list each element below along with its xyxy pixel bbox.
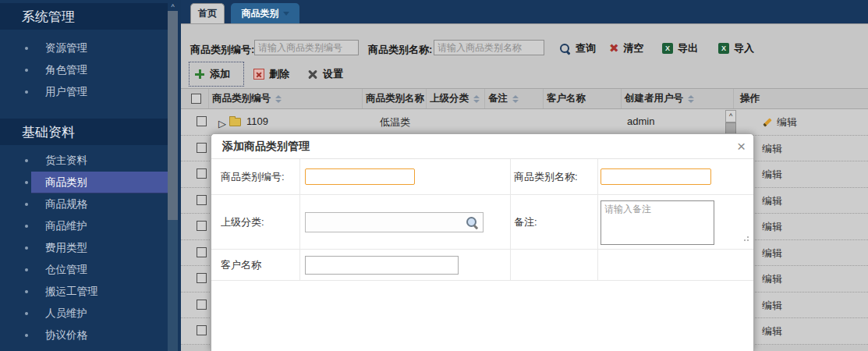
add-category-dialog: 添加商品类别管理 × 商品类别编号: 商品类别名称: 上级分类: 备注: bbox=[211, 133, 754, 351]
query-button[interactable]: 查询 bbox=[559, 41, 596, 56]
code-field-label: 商品类别编号: bbox=[221, 170, 285, 184]
name-input[interactable] bbox=[601, 168, 711, 185]
scroll-up-icon[interactable]: ^ bbox=[725, 110, 736, 122]
parent-field-label: 上级分类: bbox=[221, 215, 264, 229]
row-checkbox[interactable] bbox=[197, 300, 207, 310]
resize-grip-icon[interactable] bbox=[747, 239, 749, 241]
select-all-checkbox[interactable] bbox=[191, 94, 201, 104]
sidebar-item-product-spec[interactable]: 商品规格 bbox=[0, 193, 168, 215]
sidebar-item-product-maintenance[interactable]: 商品维护 bbox=[0, 215, 168, 237]
divider bbox=[181, 23, 868, 24]
edit-link[interactable]: 编辑 bbox=[762, 168, 782, 182]
code-input[interactable] bbox=[305, 168, 415, 185]
sort-icon[interactable] bbox=[688, 95, 694, 103]
sidebar-item-warehouse-slot-mgmt[interactable]: 仓位管理 bbox=[0, 259, 168, 281]
grid-header: 商品类别编号 商品类别名称 上级分类 备注 客户名称 创建者用户号 操作 bbox=[181, 88, 868, 109]
row-checkbox[interactable] bbox=[197, 143, 207, 153]
cell-creator: admin bbox=[627, 115, 654, 127]
clear-button[interactable]: ✖ 清空 bbox=[609, 41, 644, 56]
tab-home[interactable]: 首页 bbox=[190, 3, 225, 23]
col-remark[interactable]: 备注 bbox=[485, 89, 544, 108]
scroll-up-icon[interactable]: ^ bbox=[168, 0, 178, 11]
row-checkbox[interactable] bbox=[197, 195, 207, 205]
bullet-icon bbox=[25, 334, 28, 337]
add-button[interactable]: 添加 bbox=[194, 66, 230, 82]
bullet-icon bbox=[25, 47, 28, 50]
sidebar-scrollbar[interactable]: ^ bbox=[168, 0, 178, 351]
row-checkbox[interactable] bbox=[197, 325, 207, 335]
expand-icon[interactable]: ▷ bbox=[218, 118, 226, 129]
search-name-label: 商品类别名称: bbox=[368, 43, 432, 57]
search-code-input[interactable] bbox=[254, 40, 359, 55]
row-checkbox[interactable] bbox=[197, 247, 207, 257]
bullet-icon bbox=[25, 159, 28, 162]
edit-link[interactable]: 编辑 bbox=[762, 220, 782, 234]
form-row: 上级分类: 备注: bbox=[211, 195, 753, 250]
remark-field-label: 备注: bbox=[514, 215, 537, 229]
sidebar-item-owner-data[interactable]: 货主资料 bbox=[0, 150, 168, 172]
import-button[interactable]: X 导入 bbox=[718, 41, 754, 56]
sidebar-item-role-mgmt[interactable]: 角色管理 bbox=[0, 59, 168, 81]
col-customer[interactable]: 客户名称 bbox=[544, 89, 622, 108]
bullet-icon bbox=[25, 290, 28, 293]
delete-icon bbox=[253, 69, 264, 80]
sort-icon[interactable] bbox=[473, 95, 480, 103]
edit-link[interactable]: 编辑 bbox=[762, 272, 782, 286]
edit-link[interactable]: 编辑 bbox=[762, 194, 782, 208]
folder-icon bbox=[229, 118, 241, 126]
search-icon bbox=[559, 43, 571, 55]
search-code-label: 商品类别编号: bbox=[190, 43, 254, 57]
sidebar-item-resource-mgmt[interactable]: 资源管理 bbox=[0, 37, 168, 59]
export-button[interactable]: X 导出 bbox=[662, 41, 698, 56]
name-field-label: 商品类别名称: bbox=[514, 170, 578, 184]
sidebar-scrollbar-thumb[interactable] bbox=[168, 11, 178, 220]
sidebar-section-basic-data: 基础资料 bbox=[0, 119, 168, 145]
tab-product-category[interactable]: 商品类别 bbox=[231, 3, 299, 23]
sidebar-item-agreement-price[interactable]: 协议价格 bbox=[0, 324, 168, 346]
row-checkbox[interactable] bbox=[197, 273, 207, 283]
sort-icon[interactable] bbox=[275, 95, 282, 103]
select-all-cell bbox=[181, 89, 209, 108]
tab-bar: 首页 商品类别 bbox=[181, 0, 868, 23]
sidebar-item-user-mgmt[interactable]: 用户管理 bbox=[0, 81, 168, 103]
sidebar-item-personnel-maintenance[interactable]: 人员维护 bbox=[0, 303, 168, 324]
dialog-header[interactable]: 添加商品类别管理 × bbox=[211, 134, 753, 159]
sidebar-item-fee-type[interactable]: 费用类型 bbox=[0, 237, 168, 259]
col-creator[interactable]: 创建者用户号 bbox=[622, 89, 734, 108]
col-parent[interactable]: 上级分类 bbox=[427, 89, 485, 108]
sidebar: 系统管理 资源管理 角色管理 用户管理 基础资料 货主资料 商品类别 商品规格 … bbox=[0, 0, 168, 351]
col-code[interactable]: 商品类别编号 bbox=[209, 89, 363, 108]
form-row: 商品类别编号: 商品类别名称: bbox=[211, 159, 753, 195]
search-name-input[interactable] bbox=[434, 40, 544, 55]
parent-combo[interactable] bbox=[305, 212, 484, 232]
row-checkbox[interactable] bbox=[197, 221, 207, 231]
cell-name: 低温类 bbox=[380, 115, 410, 129]
row-checkbox[interactable] bbox=[197, 168, 207, 179]
parent-combo-input[interactable] bbox=[306, 213, 462, 232]
close-icon[interactable]: × bbox=[737, 138, 746, 155]
bullet-icon bbox=[25, 246, 28, 250]
dialog-title: 添加商品类别管理 bbox=[222, 140, 310, 154]
table-row[interactable]: ▷ 1109 低温类 admin 编辑 bbox=[181, 109, 868, 136]
customer-input[interactable] bbox=[305, 256, 459, 275]
bullet-icon bbox=[25, 312, 28, 315]
sidebar-item-porter-mgmt[interactable]: 搬运工管理 bbox=[0, 281, 168, 303]
remark-textarea[interactable] bbox=[601, 200, 714, 245]
sidebar-item-product-category[interactable]: 商品类别 bbox=[0, 172, 168, 193]
tab-menu-icon[interactable] bbox=[283, 12, 289, 16]
sort-icon[interactable] bbox=[512, 95, 519, 103]
edit-link[interactable]: 编辑 bbox=[762, 324, 782, 339]
app-screen: 系统管理 资源管理 角色管理 用户管理 基础资料 货主资料 商品类别 商品规格 … bbox=[0, 0, 868, 351]
form-row: 客户名称 bbox=[211, 250, 753, 281]
bullet-icon bbox=[25, 69, 28, 72]
edit-link[interactable]: 编辑 bbox=[762, 299, 782, 313]
delete-button[interactable]: 删除 bbox=[253, 66, 289, 82]
edit-link[interactable]: 编辑 bbox=[762, 142, 782, 156]
combo-search-icon[interactable] bbox=[466, 216, 479, 229]
customer-field-label: 客户名称 bbox=[221, 258, 261, 272]
row-checkbox[interactable] bbox=[197, 116, 207, 126]
edit-link[interactable]: 编辑 bbox=[762, 115, 797, 129]
col-name[interactable]: 商品类别名称 bbox=[363, 89, 427, 108]
edit-link[interactable]: 编辑 bbox=[762, 246, 782, 261]
settings-button[interactable]: 设置 bbox=[306, 66, 343, 82]
